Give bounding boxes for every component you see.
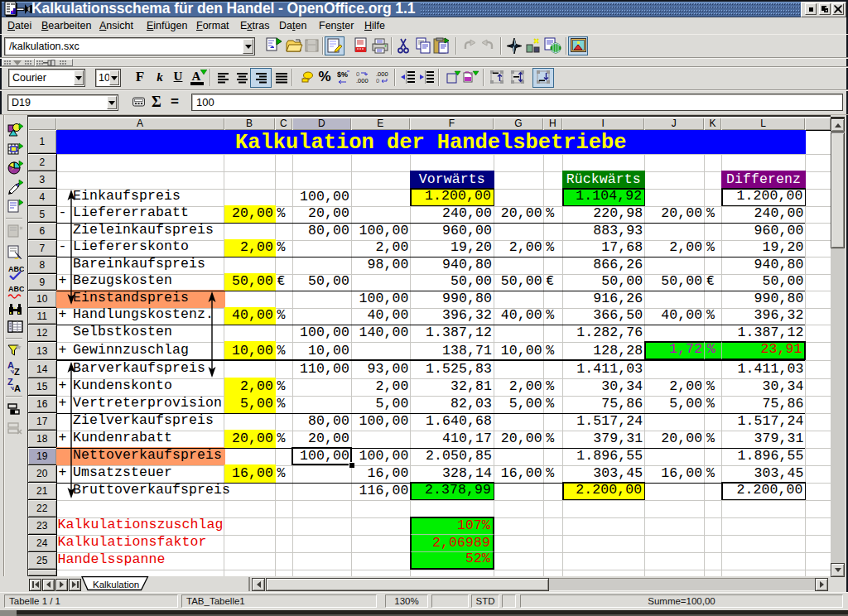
- svg-text:A: A: [14, 383, 21, 392]
- svg-text:ABC: ABC: [8, 265, 24, 273]
- svg-text:Z: Z: [7, 378, 13, 387]
- svg-text:ABC: ABC: [8, 285, 24, 293]
- svg-text:$%: $%: [337, 70, 348, 79]
- svg-text:A: A: [7, 361, 14, 370]
- svg-text:0: 0: [376, 77, 379, 84]
- svg-text:Z: Z: [14, 367, 20, 376]
- svg-text:.000: .000: [356, 77, 369, 84]
